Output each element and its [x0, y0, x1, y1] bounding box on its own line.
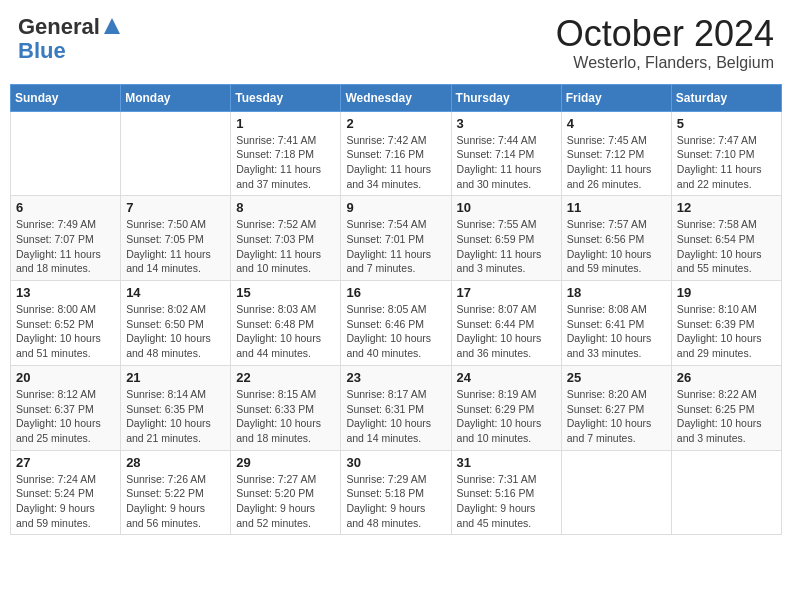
table-row: 26Sunrise: 8:22 AMSunset: 6:25 PMDayligh…: [671, 365, 781, 450]
location-subtitle: Westerlo, Flanders, Belgium: [556, 54, 774, 72]
table-row: 23Sunrise: 8:17 AMSunset: 6:31 PMDayligh…: [341, 365, 451, 450]
day-number: 16: [346, 285, 445, 300]
day-detail: Sunrise: 7:47 AMSunset: 7:10 PMDaylight:…: [677, 133, 776, 192]
col-sunday: Sunday: [11, 84, 121, 111]
day-detail: Sunrise: 7:44 AMSunset: 7:14 PMDaylight:…: [457, 133, 556, 192]
page-title: October 2024: [556, 14, 774, 54]
day-detail: Sunrise: 8:14 AMSunset: 6:35 PMDaylight:…: [126, 387, 225, 446]
day-number: 14: [126, 285, 225, 300]
table-row: [671, 450, 781, 535]
day-detail: Sunrise: 7:54 AMSunset: 7:01 PMDaylight:…: [346, 217, 445, 276]
day-number: 24: [457, 370, 556, 385]
table-row: 14Sunrise: 8:02 AMSunset: 6:50 PMDayligh…: [121, 281, 231, 366]
day-detail: Sunrise: 7:50 AMSunset: 7:05 PMDaylight:…: [126, 217, 225, 276]
calendar-week-row: 1Sunrise: 7:41 AMSunset: 7:18 PMDaylight…: [11, 111, 782, 196]
table-row: 29Sunrise: 7:27 AMSunset: 5:20 PMDayligh…: [231, 450, 341, 535]
day-number: 20: [16, 370, 115, 385]
table-row: 16Sunrise: 8:05 AMSunset: 6:46 PMDayligh…: [341, 281, 451, 366]
table-row: 19Sunrise: 8:10 AMSunset: 6:39 PMDayligh…: [671, 281, 781, 366]
day-number: 11: [567, 200, 666, 215]
table-row: 24Sunrise: 8:19 AMSunset: 6:29 PMDayligh…: [451, 365, 561, 450]
day-detail: Sunrise: 7:41 AMSunset: 7:18 PMDaylight:…: [236, 133, 335, 192]
day-number: 9: [346, 200, 445, 215]
day-detail: Sunrise: 8:05 AMSunset: 6:46 PMDaylight:…: [346, 302, 445, 361]
calendar-week-row: 6Sunrise: 7:49 AMSunset: 7:07 PMDaylight…: [11, 196, 782, 281]
logo-blue-text: Blue: [18, 38, 66, 64]
day-number: 28: [126, 455, 225, 470]
table-row: 5Sunrise: 7:47 AMSunset: 7:10 PMDaylight…: [671, 111, 781, 196]
table-row: 10Sunrise: 7:55 AMSunset: 6:59 PMDayligh…: [451, 196, 561, 281]
col-monday: Monday: [121, 84, 231, 111]
day-number: 1: [236, 116, 335, 131]
day-detail: Sunrise: 7:57 AMSunset: 6:56 PMDaylight:…: [567, 217, 666, 276]
day-number: 18: [567, 285, 666, 300]
day-number: 29: [236, 455, 335, 470]
day-detail: Sunrise: 7:45 AMSunset: 7:12 PMDaylight:…: [567, 133, 666, 192]
day-number: 19: [677, 285, 776, 300]
col-wednesday: Wednesday: [341, 84, 451, 111]
table-row: 4Sunrise: 7:45 AMSunset: 7:12 PMDaylight…: [561, 111, 671, 196]
day-number: 17: [457, 285, 556, 300]
calendar-week-row: 13Sunrise: 8:00 AMSunset: 6:52 PMDayligh…: [11, 281, 782, 366]
day-number: 5: [677, 116, 776, 131]
day-detail: Sunrise: 8:00 AMSunset: 6:52 PMDaylight:…: [16, 302, 115, 361]
table-row: 9Sunrise: 7:54 AMSunset: 7:01 PMDaylight…: [341, 196, 451, 281]
calendar-table: Sunday Monday Tuesday Wednesday Thursday…: [10, 84, 782, 536]
table-row: 13Sunrise: 8:00 AMSunset: 6:52 PMDayligh…: [11, 281, 121, 366]
day-number: 27: [16, 455, 115, 470]
day-detail: Sunrise: 8:15 AMSunset: 6:33 PMDaylight:…: [236, 387, 335, 446]
day-number: 7: [126, 200, 225, 215]
table-row: 2Sunrise: 7:42 AMSunset: 7:16 PMDaylight…: [341, 111, 451, 196]
table-row: 18Sunrise: 8:08 AMSunset: 6:41 PMDayligh…: [561, 281, 671, 366]
day-number: 25: [567, 370, 666, 385]
col-tuesday: Tuesday: [231, 84, 341, 111]
day-detail: Sunrise: 8:10 AMSunset: 6:39 PMDaylight:…: [677, 302, 776, 361]
day-number: 2: [346, 116, 445, 131]
day-detail: Sunrise: 7:52 AMSunset: 7:03 PMDaylight:…: [236, 217, 335, 276]
day-detail: Sunrise: 8:19 AMSunset: 6:29 PMDaylight:…: [457, 387, 556, 446]
table-row: 22Sunrise: 8:15 AMSunset: 6:33 PMDayligh…: [231, 365, 341, 450]
day-number: 23: [346, 370, 445, 385]
day-number: 21: [126, 370, 225, 385]
day-number: 10: [457, 200, 556, 215]
col-saturday: Saturday: [671, 84, 781, 111]
calendar-header-row: Sunday Monday Tuesday Wednesday Thursday…: [11, 84, 782, 111]
table-row: 27Sunrise: 7:24 AMSunset: 5:24 PMDayligh…: [11, 450, 121, 535]
day-detail: Sunrise: 8:20 AMSunset: 6:27 PMDaylight:…: [567, 387, 666, 446]
table-row: 20Sunrise: 8:12 AMSunset: 6:37 PMDayligh…: [11, 365, 121, 450]
table-row: [121, 111, 231, 196]
day-number: 30: [346, 455, 445, 470]
day-detail: Sunrise: 7:29 AMSunset: 5:18 PMDaylight:…: [346, 472, 445, 531]
day-detail: Sunrise: 8:02 AMSunset: 6:50 PMDaylight:…: [126, 302, 225, 361]
table-row: 11Sunrise: 7:57 AMSunset: 6:56 PMDayligh…: [561, 196, 671, 281]
logo-triangle: [104, 18, 120, 34]
table-row: 15Sunrise: 8:03 AMSunset: 6:48 PMDayligh…: [231, 281, 341, 366]
table-row: [11, 111, 121, 196]
day-number: 31: [457, 455, 556, 470]
day-number: 6: [16, 200, 115, 215]
table-row: 7Sunrise: 7:50 AMSunset: 7:05 PMDaylight…: [121, 196, 231, 281]
table-row: 1Sunrise: 7:41 AMSunset: 7:18 PMDaylight…: [231, 111, 341, 196]
table-row: 8Sunrise: 7:52 AMSunset: 7:03 PMDaylight…: [231, 196, 341, 281]
day-number: 3: [457, 116, 556, 131]
day-detail: Sunrise: 7:27 AMSunset: 5:20 PMDaylight:…: [236, 472, 335, 531]
day-detail: Sunrise: 7:31 AMSunset: 5:16 PMDaylight:…: [457, 472, 556, 531]
table-row: 21Sunrise: 8:14 AMSunset: 6:35 PMDayligh…: [121, 365, 231, 450]
day-number: 15: [236, 285, 335, 300]
table-row: 17Sunrise: 8:07 AMSunset: 6:44 PMDayligh…: [451, 281, 561, 366]
page-header: General Blue October 2024 Westerlo, Flan…: [10, 10, 782, 76]
col-thursday: Thursday: [451, 84, 561, 111]
day-detail: Sunrise: 7:42 AMSunset: 7:16 PMDaylight:…: [346, 133, 445, 192]
day-detail: Sunrise: 7:24 AMSunset: 5:24 PMDaylight:…: [16, 472, 115, 531]
table-row: 3Sunrise: 7:44 AMSunset: 7:14 PMDaylight…: [451, 111, 561, 196]
logo: General Blue: [18, 14, 120, 64]
table-row: 30Sunrise: 7:29 AMSunset: 5:18 PMDayligh…: [341, 450, 451, 535]
day-detail: Sunrise: 8:17 AMSunset: 6:31 PMDaylight:…: [346, 387, 445, 446]
calendar-week-row: 20Sunrise: 8:12 AMSunset: 6:37 PMDayligh…: [11, 365, 782, 450]
table-row: 25Sunrise: 8:20 AMSunset: 6:27 PMDayligh…: [561, 365, 671, 450]
table-row: 28Sunrise: 7:26 AMSunset: 5:22 PMDayligh…: [121, 450, 231, 535]
day-number: 12: [677, 200, 776, 215]
logo-general-text: General: [18, 14, 100, 40]
day-detail: Sunrise: 7:26 AMSunset: 5:22 PMDaylight:…: [126, 472, 225, 531]
day-number: 26: [677, 370, 776, 385]
